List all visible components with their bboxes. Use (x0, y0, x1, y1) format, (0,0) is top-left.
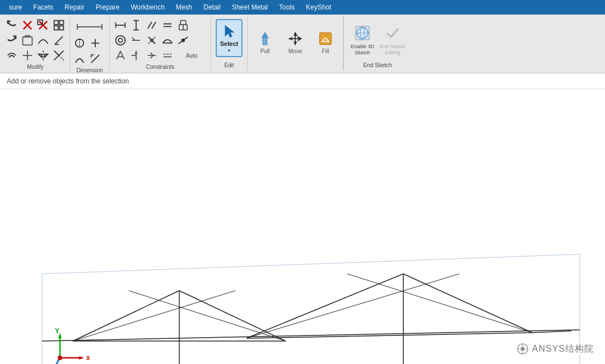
watermark-text: ANSYS结构院 (532, 343, 594, 355)
svg-point-50 (182, 39, 185, 42)
tb-constraint-4[interactable] (88, 52, 103, 66)
menu-item-repair[interactable]: Repair (59, 2, 90, 13)
svg-rect-6 (59, 21, 63, 25)
tb-btn-pencil[interactable] (20, 33, 35, 48)
tb-btn-split[interactable] (20, 48, 35, 63)
dimension-label: Dimension (76, 66, 103, 73)
svg-marker-74 (42, 254, 580, 364)
tb-btn-mirror[interactable] (36, 48, 50, 63)
tb-constraint-1[interactable] (72, 36, 87, 50)
svg-line-35 (152, 22, 156, 29)
menu-item-tools[interactable]: Tools (273, 2, 300, 13)
fill-button[interactable]: Fill (311, 25, 339, 61)
tb-btn-diagonal[interactable] (52, 33, 66, 48)
svg-line-16 (54, 51, 59, 55)
svg-text:Y: Y (55, 327, 59, 335)
tb-c-x3[interactable] (145, 48, 159, 63)
menu-item-keyshot[interactable]: KeyShot (300, 2, 337, 13)
svg-marker-59 (262, 33, 268, 38)
tb-btn-grid[interactable] (52, 18, 66, 32)
tb-c-horiz[interactable] (113, 18, 128, 32)
svg-rect-38 (180, 21, 186, 25)
svg-text:x: x (86, 354, 90, 362)
move-button[interactable]: Move (281, 25, 309, 61)
select-label: Select (220, 40, 238, 47)
tb-c-equal[interactable] (160, 18, 175, 32)
svg-line-17 (59, 55, 63, 60)
menu-item-mesh[interactable]: Mesh (170, 2, 198, 13)
tb-undo[interactable] (4, 18, 19, 32)
tb-c-tangent[interactable] (160, 33, 175, 48)
watermark: ANSYS结构院 (516, 343, 594, 355)
svg-point-102 (520, 347, 524, 351)
tb-btn-x1[interactable] (20, 18, 35, 32)
tb-c-concentric[interactable] (113, 33, 128, 48)
enable-3d-label: Enable 3DSketch (351, 44, 374, 56)
tb-c-x4[interactable] (160, 48, 175, 63)
move-label: Move (288, 48, 302, 54)
end-sketch-label: End SketchEditing (380, 44, 406, 56)
tb-dimension[interactable] (72, 19, 107, 35)
tb-c-coincident[interactable] (129, 33, 143, 48)
svg-marker-66 (290, 38, 292, 40)
svg-rect-5 (54, 21, 58, 25)
svg-line-10 (55, 36, 63, 44)
svg-marker-65 (294, 42, 296, 44)
enable-3d-sketch-button[interactable]: Enable 3DSketch (348, 22, 376, 58)
svg-marker-58 (225, 25, 234, 37)
endsketch-group-label: End Sketch (363, 61, 392, 68)
tb-btn-x2[interactable] (36, 18, 50, 32)
menu-bar: sure Facets Repair Prepare Workbench Mes… (0, 0, 605, 15)
tb-c-vert[interactable] (129, 18, 143, 32)
fill-label: Fill (322, 48, 329, 54)
tb-btn-offset[interactable] (4, 48, 19, 63)
tb-c-fix[interactable] (176, 18, 190, 32)
status-message: Add or remove objects from the selection (7, 77, 129, 85)
tb-autoconstraint[interactable]: Auto (176, 48, 207, 63)
toolbar-group-constraints: Auto Constraints (110, 17, 211, 71)
sketch-canvas: Y x Z (0, 89, 605, 364)
menu-item-workbench[interactable]: Workbench (125, 2, 170, 13)
menu-item-prepare[interactable]: Prepare (90, 2, 125, 13)
svg-rect-9 (23, 37, 32, 45)
svg-rect-8 (59, 26, 63, 30)
toolbar: Modify (0, 15, 605, 73)
tb-constraint-3[interactable] (72, 52, 87, 66)
pull-button[interactable]: Pull (251, 25, 279, 61)
tb-c-perp[interactable] (145, 33, 159, 48)
constraints-label: Constraints (146, 63, 175, 70)
menu-item-sheetmetal[interactable]: Sheet Metal (226, 2, 273, 13)
tb-c-x2[interactable] (129, 48, 143, 63)
menu-item-sure[interactable]: sure (3, 2, 27, 13)
toolbar-group-modify: Modify (1, 17, 70, 71)
pull-label: Pull (260, 48, 270, 54)
modify-label: Modify (27, 63, 43, 70)
tb-btn-trim[interactable] (52, 48, 66, 63)
svg-rect-7 (54, 26, 58, 30)
tb-c-x1[interactable] (113, 48, 128, 63)
tb-c-midpoint[interactable] (176, 33, 190, 48)
select-button[interactable]: Select ▼ (216, 19, 243, 57)
svg-point-41 (118, 38, 122, 42)
tb-c-parallel[interactable] (145, 18, 159, 32)
svg-rect-60 (263, 38, 267, 44)
end-sketch-editing-button[interactable]: End SketchEditing (379, 22, 407, 58)
menu-item-facets[interactable]: Facets (27, 2, 59, 13)
pull-move-fill-group: Pull Move (248, 17, 343, 71)
viewport: Y x Z ANSYS结构院 (0, 89, 605, 364)
svg-point-42 (116, 36, 125, 45)
select-group: Select ▼ Edit (211, 17, 248, 71)
svg-line-34 (148, 22, 152, 29)
edit-label: Edit (224, 61, 234, 68)
menu-item-detail[interactable]: Detail (198, 2, 226, 13)
tb-btn-curve[interactable] (36, 33, 50, 48)
status-bar: Add or remove objects from the selection (0, 73, 605, 89)
svg-line-25 (91, 55, 99, 63)
dimension-group: Dimension (70, 17, 110, 71)
tb-redo[interactable] (4, 33, 19, 48)
tb-constraint-2[interactable] (88, 36, 103, 50)
end-sketch-group: Enable 3DSketch End SketchEditing End Sk… (343, 17, 411, 71)
